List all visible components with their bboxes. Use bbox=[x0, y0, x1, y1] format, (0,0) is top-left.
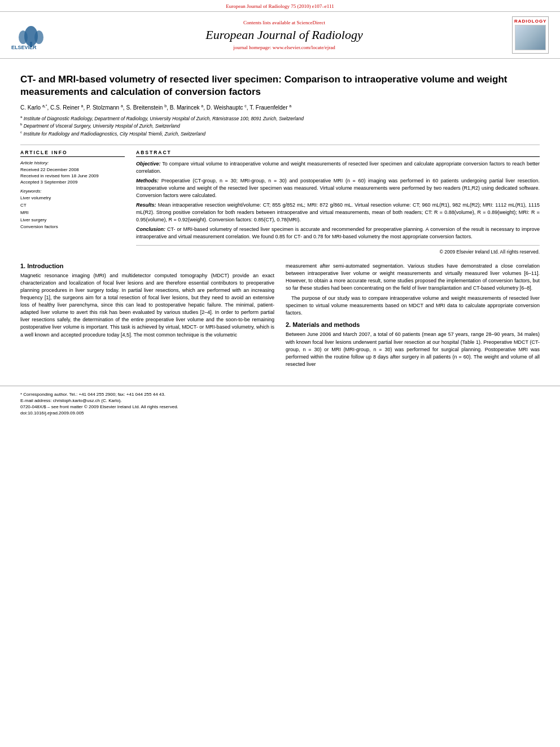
contents-label: Contents lists available at bbox=[243, 20, 295, 25]
abstract-header: ABSTRACT bbox=[136, 150, 540, 157]
body-text-left: Magnetic resonance imaging (MRI) and mul… bbox=[20, 272, 274, 338]
methods-label: Methods: bbox=[136, 178, 159, 184]
article-info-col: ARTICLE INFO Article history: Received 2… bbox=[20, 150, 125, 255]
elsevier-logo: ELSEVIER bbox=[11, 19, 56, 51]
svg-point-4 bbox=[34, 30, 43, 44]
kw-2: CT bbox=[20, 202, 125, 209]
results-para: Results: Mean intraoperative resection w… bbox=[136, 202, 540, 224]
intro-right-para2: The purpose of our study was to compare … bbox=[286, 295, 540, 317]
svg-text:ELSEVIER: ELSEVIER bbox=[11, 45, 37, 50]
contents-line: Contents lists available at ScienceDirec… bbox=[56, 20, 512, 25]
objective-para: Objective: To compare virtual volume to … bbox=[136, 160, 540, 175]
footer-doi: doi:10.1016/j.ejrad.2009.09.005 bbox=[20, 410, 540, 416]
journal-ref-text: European Journal of Radiology 75 (2010) … bbox=[226, 3, 334, 9]
results-label: Results: bbox=[136, 202, 156, 208]
article-info-abstract: ARTICLE INFO Article history: Received 2… bbox=[20, 150, 540, 255]
journal-ref-line: European Journal of Radiology 75 (2010) … bbox=[0, 0, 560, 12]
badge-image bbox=[515, 25, 546, 50]
copyright-line: © 2009 Elsevier Ireland Ltd. All rights … bbox=[136, 245, 540, 255]
received-date: Received 22 December 2008 Received in re… bbox=[20, 167, 125, 186]
sciencedirect-link[interactable]: ScienceDirect bbox=[297, 20, 325, 25]
svg-point-3 bbox=[19, 30, 28, 44]
main-content: CT- and MRI-based volumetry of resected … bbox=[0, 59, 560, 380]
results-text: Mean intraoperative resection weight/vol… bbox=[136, 202, 540, 222]
body-text-right: measurement after semi-automated segment… bbox=[286, 263, 540, 317]
affil-c: c Institute for Radiology and Radiodiagn… bbox=[20, 130, 540, 138]
body-content: 1. Introduction Magnetic resonance imagi… bbox=[20, 263, 540, 371]
page: European Journal of Radiology 75 (2010) … bbox=[0, 0, 560, 747]
journal-homepage: journal homepage: www.elsevier.com/locat… bbox=[56, 45, 512, 50]
footer: * Corresponding author. Tel.: +41 044 25… bbox=[0, 386, 560, 422]
section2-title: 2. Materials and methods bbox=[286, 321, 540, 328]
kw-5: Conversion factors bbox=[20, 224, 125, 231]
badge-label: RADIOLOGY bbox=[514, 19, 546, 24]
affil-a: a Institute of Diagnostic Radiology, Dep… bbox=[20, 115, 540, 123]
affil-b: b Department of Visceral Surgery, Univer… bbox=[20, 122, 540, 130]
article-title: CT- and MRI-based volumetry of resected … bbox=[20, 73, 540, 98]
journal-header: ELSEVIER Contents lists available at Sci… bbox=[0, 12, 560, 59]
methods-right-para1: Between June 2006 and March 2007, a tota… bbox=[286, 331, 540, 368]
homepage-label: journal homepage: bbox=[233, 45, 271, 50]
body-text-right2: Between June 2006 and March 2007, a tota… bbox=[286, 331, 540, 368]
conclusion-text: CT- or MRI-based volumetry of resected l… bbox=[136, 226, 540, 239]
footer-issn: 0720-048X/$ – see front matter © 2009 El… bbox=[20, 404, 540, 409]
footer-corresponding: * Corresponding author. Tel.: +41 044 25… bbox=[20, 392, 540, 397]
kw-3: MRI bbox=[20, 209, 125, 217]
journal-title: European Journal of Radiology bbox=[56, 28, 512, 42]
kw-4: Liver surgery bbox=[20, 217, 125, 224]
body-left-col: 1. Introduction Magnetic resonance imagi… bbox=[20, 263, 274, 371]
article-info-header: ARTICLE INFO bbox=[20, 150, 125, 157]
abstract-text: Objective: To compare virtual volume to … bbox=[136, 160, 540, 241]
objective-label: Objective: bbox=[136, 161, 161, 167]
intro-para1: Magnetic resonance imaging (MRI) and mul… bbox=[20, 272, 274, 338]
keywords-label: Keywords: bbox=[20, 189, 125, 194]
authors-line: C. Karlo a,*, C.S. Reiner a, P. Stolzman… bbox=[20, 104, 540, 111]
body-right-col: measurement after semi-automated segment… bbox=[286, 263, 540, 371]
divider-1 bbox=[20, 145, 540, 145]
methods-para: Methods: Preoperative (CT-group, n = 30;… bbox=[136, 177, 540, 199]
conclusion-label: Conclusion: bbox=[136, 226, 165, 232]
objective-text: To compare virtual volume to intraoperat… bbox=[136, 161, 540, 174]
conclusion-para: Conclusion: CT- or MRI-based volumetry o… bbox=[136, 226, 540, 241]
history-label: Article history: bbox=[20, 160, 125, 165]
keywords-list: Liver volumetry CT MRI Liver surgery Con… bbox=[20, 195, 125, 231]
methods-text: Preoperative (CT-group, n = 30; MRI-grou… bbox=[136, 178, 540, 198]
abstract-col: ABSTRACT Objective: To compare virtual v… bbox=[136, 150, 540, 255]
intro-right-para1: measurement after semi-automated segment… bbox=[286, 263, 540, 292]
journal-center: Contents lists available at ScienceDirec… bbox=[56, 20, 512, 50]
affiliations: a Institute of Diagnostic Radiology, Dep… bbox=[20, 115, 540, 138]
section1-title: 1. Introduction bbox=[20, 263, 274, 269]
footer-email: E-mail address: christoph.karlo@usz.ch (… bbox=[20, 398, 540, 403]
homepage-url[interactable]: www.elsevier.com/locate/ejrad bbox=[273, 45, 335, 50]
radiology-badge: RADIOLOGY bbox=[512, 16, 549, 54]
kw-1: Liver volumetry bbox=[20, 195, 125, 202]
